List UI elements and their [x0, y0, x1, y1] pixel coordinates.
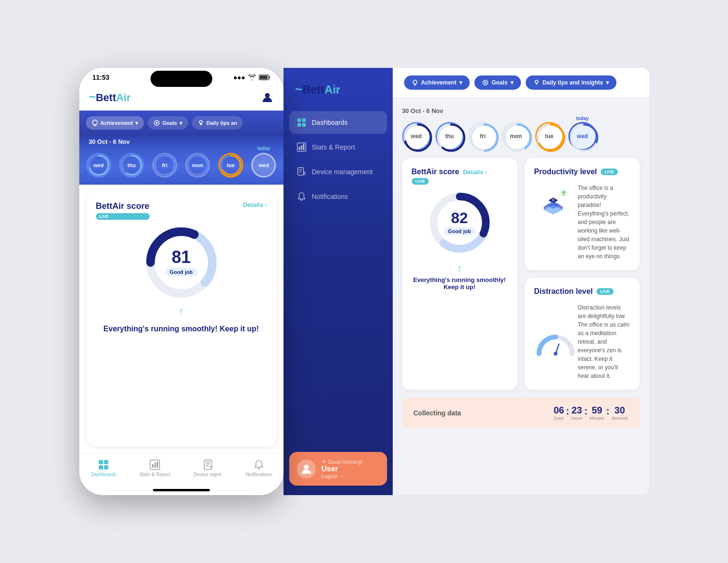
dash-day-thu[interactable]: thu: [435, 122, 464, 150]
sidebar-nav: Dashboards Stats & Report Devi: [284, 111, 393, 445]
phone-score-title: BettAir score: [96, 201, 150, 211]
achievement-pill[interactable]: Achievement ▾: [86, 116, 144, 130]
svg-rect-22: [104, 460, 108, 464]
sidebar-label-dashboards: Dashboards: [312, 119, 348, 126]
phone-header: ~BettAir: [79, 85, 284, 111]
day-tue[interactable]: tue: [218, 153, 243, 178]
dash-day-fri[interactable]: fri: [469, 122, 497, 150]
mobile-phone: 11:53 ●●● ~BettAir Achievement ▾: [79, 68, 284, 495]
dash-details-link[interactable]: Details ›: [463, 169, 487, 176]
svg-rect-36: [301, 145, 302, 150]
day-wed1[interactable]: wed: [86, 153, 111, 178]
day-thu[interactable]: thu: [119, 153, 144, 178]
score-cards-grid: BettAir score Details › LIVE: [402, 158, 640, 390]
user-greeting: ☀ Good morning!: [321, 459, 363, 465]
sidebar-label-device: Device management: [312, 168, 373, 176]
svg-rect-24: [104, 465, 108, 469]
sidebar-user-card[interactable]: ☀ Good morning! User Logout →: [289, 452, 387, 486]
logout-link[interactable]: Logout →: [321, 473, 363, 479]
sidebar-label-stats: Stats & Report: [312, 143, 355, 151]
productivity-live: LIVE: [601, 169, 618, 175]
nav-notifications[interactable]: Notifications: [246, 460, 272, 477]
dash-day-mon[interactable]: mon: [502, 122, 530, 150]
distraction-title: Distraction level: [534, 287, 593, 296]
time-display: 11:53: [93, 74, 110, 81]
sidebar-item-device[interactable]: Device management: [289, 160, 387, 183]
achievement-btn[interactable]: Achievement ▾: [404, 75, 470, 90]
phone-running-text: Everything's running smoothly! Keep it u…: [96, 325, 267, 333]
goals-pill[interactable]: Goals ▾: [148, 116, 188, 130]
svg-rect-38: [298, 168, 303, 175]
bettair-donut: 82 Good job: [426, 189, 493, 256]
countdown-minutes: 59 Minutes: [589, 405, 605, 421]
distraction-live: LIVE: [596, 288, 614, 295]
svg-point-3: [265, 93, 270, 98]
status-icons: ●●●: [233, 74, 270, 81]
distraction-text: Distraction levels are delightfully low.…: [578, 303, 630, 380]
wifi-icon: [248, 75, 256, 80]
user-avatar: [297, 460, 316, 479]
productivity-icon-box: [534, 184, 572, 222]
bettair-score-number: 82: [443, 210, 475, 225]
bettair-score-card: BettAir score Details › LIVE: [402, 158, 517, 390]
dash-date-range: 30 Oct - 6 Nov: [402, 107, 640, 114]
productivity-title: Productivity level: [534, 168, 597, 176]
countdown-seconds: 30 Seconds: [611, 405, 628, 421]
avatar-icon: [300, 462, 313, 476]
dash-day-wed1[interactable]: wed: [402, 122, 431, 150]
dashboard-body: 30 Oct - 6 Nov wed: [393, 98, 649, 495]
nav-stats[interactable]: Stats & Report: [140, 460, 170, 477]
svg-rect-31: [302, 118, 306, 122]
daily-tips-btn[interactable]: Daily tips and insights ▾: [526, 75, 616, 90]
goals-icon: [482, 79, 489, 86]
goals-btn[interactable]: Goals ▾: [474, 75, 520, 90]
collecting-data-bar: Collecting data 06 Days : 23 Hours : 59: [402, 397, 640, 428]
svg-rect-29: [204, 460, 212, 469]
dashboard: Achievement ▾ Goals ▾ Daily tips and ins…: [393, 68, 649, 495]
phone-logo: ~BettAir: [89, 90, 131, 104]
signal-icon: ●●●: [233, 74, 245, 81]
username: User: [321, 465, 363, 473]
svg-rect-30: [297, 118, 301, 122]
countdown-hours: 23 Hours: [571, 405, 583, 421]
sidebar-item-stats[interactable]: Stats & Report: [289, 136, 387, 159]
distraction-gauge: [534, 330, 572, 354]
sidebar-item-dashboards[interactable]: Dashboards: [289, 111, 387, 134]
profile-icon[interactable]: [261, 91, 274, 104]
dash-day-tue[interactable]: tue: [535, 122, 564, 150]
svg-point-60: [552, 198, 555, 201]
nav-dashboards[interactable]: Dashboards: [91, 460, 116, 477]
countdown-timer: 06 Days : 23 Hours : 59 Minutes :: [554, 405, 628, 421]
grid-icon: [297, 118, 306, 127]
svg-point-6: [156, 122, 158, 124]
svg-rect-28: [157, 461, 158, 468]
svg-point-39: [304, 465, 309, 469]
dash-day-wed-today[interactable]: today wed: [568, 122, 597, 150]
phone-score-number: 81: [165, 249, 197, 266]
sidebar-logo: ~BettAir: [284, 82, 393, 111]
svg-rect-27: [154, 463, 156, 468]
phone-pill-buttons: Achievement ▾ Goals ▾ Daily tips an: [79, 111, 284, 135]
device-icon: [297, 167, 306, 177]
sidebar: ~BettAir Dashboards: [284, 68, 393, 495]
bettair-live-badge: LIVE: [412, 178, 429, 185]
day-fri[interactable]: fri: [152, 153, 177, 178]
svg-rect-33: [302, 123, 306, 127]
phone-bottom-nav: Dashboards Stats & Report Device mgmt.: [79, 453, 284, 489]
svg-rect-1: [259, 76, 267, 79]
phone-details-link[interactable]: Details ›: [243, 201, 267, 208]
svg-rect-32: [297, 123, 301, 127]
sidebar-item-notifications[interactable]: Notifications: [289, 185, 387, 208]
svg-rect-23: [99, 465, 103, 469]
svg-point-40: [413, 80, 417, 84]
day-mon[interactable]: mon: [185, 153, 210, 178]
home-indicator: [153, 489, 210, 491]
svg-rect-35: [299, 147, 300, 150]
nav-device[interactable]: Device mgmt.: [194, 460, 223, 477]
bettair-score-title: BettAir score: [412, 168, 459, 176]
productivity-3d-icon: [534, 184, 572, 222]
daily-tips-pill[interactable]: Daily tips an: [192, 116, 243, 130]
svg-point-7: [199, 121, 202, 123]
phone-notch: [151, 71, 212, 87]
day-wed-today[interactable]: today wed: [251, 153, 276, 178]
